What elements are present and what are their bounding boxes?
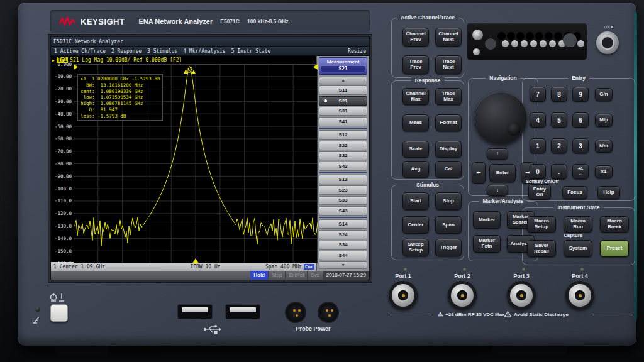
- 4-button[interactable]: 4: [530, 112, 546, 128]
- -button[interactable]: ↑: [487, 148, 508, 160]
- softkey-s34[interactable]: S34: [319, 241, 367, 250]
- macro-run-button[interactable]: MacroRun: [564, 216, 592, 233]
- 1-button[interactable]: 1: [530, 138, 546, 153]
- span-button[interactable]: Span: [435, 216, 462, 234]
- power-button[interactable]: [50, 304, 68, 322]
- 0-button[interactable]: 0: [530, 164, 546, 179]
- menu-item-2-response[interactable]: 2 Response: [111, 48, 142, 54]
- softkey-s12[interactable]: S12: [319, 130, 367, 140]
- channel-next-button[interactable]: ChannelNext: [435, 28, 462, 47]
- format-button[interactable]: Format: [435, 114, 462, 131]
- avg-button[interactable]: Avg: [402, 161, 429, 178]
- rotary-knob[interactable]: [474, 92, 527, 145]
- softkey-s21[interactable]: S21: [319, 96, 367, 106]
- -button[interactable]: ⇤: [472, 162, 486, 184]
- softkey-s31[interactable]: S31: [319, 107, 367, 116]
- channel-prev-button[interactable]: ChannelPrev: [402, 28, 429, 47]
- marker-fctn-button[interactable]: MarkerFctn: [473, 235, 501, 253]
- 8-button[interactable]: 8: [551, 87, 567, 102]
- 7-button[interactable]: 7: [530, 87, 546, 102]
- menu-item-4-mkr-analysis[interactable]: 4 Mkr/Analysis: [183, 48, 225, 54]
- macro-break-button[interactable]: MacroBreak: [600, 216, 629, 233]
- save-recall-button[interactable]: Save/Recall: [527, 240, 556, 257]
- y-axis-label: 0.000: [51, 62, 72, 67]
- y-axis-label: -120.0: [51, 211, 72, 216]
- bay-vent-hole: [530, 40, 537, 47]
- softkey-s23[interactable]: S23: [319, 185, 367, 195]
- 2-button[interactable]: 2: [551, 138, 567, 153]
- rf-warning: ⚠ +26 dBm RF 35 VDC Max: [438, 311, 505, 317]
- probe-power-connector: [318, 302, 339, 323]
- system-button[interactable]: System: [564, 240, 592, 257]
- center-button[interactable]: Center: [402, 216, 429, 234]
- sweep-setup-button[interactable]: SweepSetup: [402, 239, 429, 256]
- section-label: Stimulus: [413, 182, 443, 188]
- g-n-button[interactable]: G/n: [595, 88, 613, 101]
- trace-format-text: S21 Log Mag 10.00dB/ Ref 0.000dB [F2]: [70, 57, 182, 63]
- resize-control[interactable]: Resize: [348, 48, 366, 54]
- cal-button[interactable]: Cal: [435, 161, 462, 178]
- softkey-s44[interactable]: S44: [319, 251, 367, 260]
- section-label: Active Channel/Trace: [397, 14, 458, 21]
- channel-max-button[interactable]: ChannelMax: [402, 88, 429, 105]
- softkey-scroll-up[interactable]: ▲: [319, 77, 367, 84]
- display-button[interactable]: Display: [435, 141, 462, 158]
- scale-button[interactable]: Scale: [402, 141, 429, 158]
- usb-tongue: [182, 307, 208, 312]
- lock-label: LOCK: [604, 25, 614, 29]
- softkey-s42[interactable]: S42: [319, 162, 367, 171]
- brand-name: KEYSIGHT: [80, 17, 125, 26]
- softkey-s41[interactable]: S41: [319, 117, 367, 126]
- 6-button[interactable]: 6: [572, 112, 589, 128]
- trace-prev-button[interactable]: TracePrev: [402, 55, 429, 74]
- y-axis-label: -10.00: [51, 74, 72, 79]
- -button[interactable]: ↓: [487, 185, 508, 196]
- screen-menu-bar: 1 Active Ch/Trace2 Response3 Stimulus4 M…: [51, 47, 369, 56]
- softkey-scroll-down[interactable]: ▼: [319, 261, 367, 269]
- x1-button[interactable]: x1: [595, 165, 613, 178]
- port-center: [457, 290, 467, 300]
- status-datetime: 2018-07-27 15:29: [323, 271, 369, 280]
- y-axis-label: -90.00: [51, 173, 72, 179]
- k-m-button[interactable]: k/m: [595, 140, 613, 153]
- focus-button[interactable]: Focus: [562, 186, 587, 199]
- preset-button[interactable]: Preset: [600, 240, 629, 257]
- softkey-s33[interactable]: S33: [319, 196, 367, 206]
- menu-item-3-stimulus[interactable]: 3 Stimulus: [147, 48, 177, 54]
- lcd-screen: E5071C Network Analyzer 1 Active Ch/Trac…: [50, 36, 370, 280]
- macro-setup-button[interactable]: MacroSetup: [527, 216, 556, 233]
- bay-vent-hole: [502, 40, 509, 47]
- softkey-s24[interactable]: S24: [319, 230, 367, 239]
- stop-button[interactable]: Stop: [435, 192, 462, 210]
- -button[interactable]: +/-←: [572, 164, 589, 179]
- help-button[interactable]: Help: [597, 186, 620, 199]
- 9-button[interactable]: 9: [572, 87, 589, 102]
- softkey-s43[interactable]: S43: [319, 206, 367, 216]
- 3-button[interactable]: 3: [572, 138, 589, 153]
- trace-next-button[interactable]: TraceNext: [435, 55, 462, 74]
- softkey-s11[interactable]: S11: [319, 85, 367, 95]
- trigger-button[interactable]: Trigger: [435, 239, 462, 256]
- softkey-s13[interactable]: S13: [319, 175, 367, 184]
- entry-off-button[interactable]: EntryOff: [528, 184, 551, 200]
- -button[interactable]: .: [551, 164, 567, 179]
- usb-port-1: [177, 304, 213, 319]
- meas-button[interactable]: Meas: [402, 114, 429, 131]
- softkey-s32[interactable]: S32: [319, 151, 367, 161]
- section-label: Instrument State: [553, 204, 603, 211]
- menu-item-5-instr-state[interactable]: 5 Instr State: [231, 48, 271, 54]
- section-label: Navigation: [486, 75, 520, 81]
- connector-pin: [293, 309, 296, 312]
- softkey-s14[interactable]: S14: [319, 219, 367, 229]
- enter-button[interactable]: Enter: [489, 164, 516, 182]
- bay-vent-hole: [497, 32, 506, 40]
- marker-button[interactable]: Marker: [473, 211, 501, 229]
- start-button[interactable]: Start: [402, 192, 429, 210]
- section-label: Marker/Analysis: [479, 198, 527, 204]
- m-button[interactable]: M/µ: [595, 114, 613, 127]
- softkey-s22[interactable]: S22: [319, 141, 367, 150]
- softkey-group-separator: [319, 172, 367, 173]
- 5-button[interactable]: 5: [551, 112, 567, 128]
- menu-item-1-active-ch-trace[interactable]: 1 Active Ch/Trace: [54, 48, 106, 54]
- trace-max-button[interactable]: TraceMax: [435, 88, 462, 105]
